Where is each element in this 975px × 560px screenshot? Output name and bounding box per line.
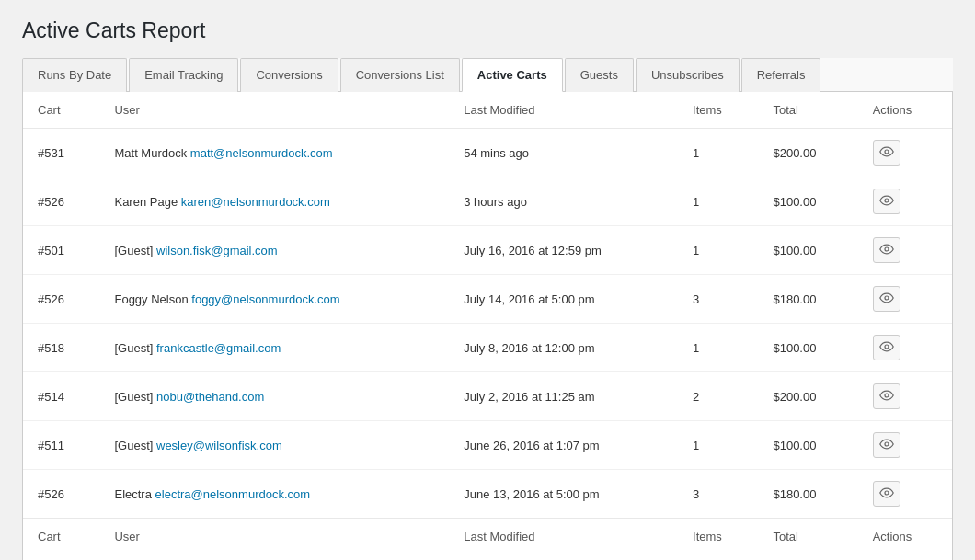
cell-user: Karen Page karen@nelsonmurdock.com (99, 177, 449, 226)
view-cart-button[interactable] (873, 383, 900, 409)
cell-last-modified: 54 mins ago (449, 129, 678, 177)
tab-conversions[interactable]: Conversions (240, 58, 338, 92)
col-header-total: Total (758, 92, 857, 129)
cell-user: Matt Murdock matt@nelsonmurdock.com (99, 129, 449, 177)
cell-actions (858, 372, 952, 421)
cell-last-modified: July 14, 2016 at 5:00 pm (449, 275, 678, 324)
svg-point-7 (885, 491, 889, 495)
user-name-label: [Guest] (114, 341, 156, 355)
table-row: #531Matt Murdock matt@nelsonmurdock.com5… (23, 129, 952, 177)
user-email-link[interactable]: foggy@nelsonmurdock.com (191, 292, 339, 306)
user-email-link[interactable]: electra@nelsonmurdock.com (155, 487, 311, 501)
eye-icon (879, 486, 894, 503)
tab-unsubscribes[interactable]: Unsubscribes (636, 58, 740, 92)
cell-items: 1 (678, 129, 758, 177)
col-header-user: User (99, 92, 449, 129)
cell-user: [Guest] wilson.fisk@gmail.com (99, 226, 449, 275)
user-name-label: [Guest] (114, 390, 156, 404)
view-cart-button[interactable] (873, 481, 900, 507)
view-cart-button[interactable] (873, 140, 900, 166)
svg-point-3 (885, 296, 889, 300)
col-footer-total: Total (758, 519, 857, 555)
user-email-link[interactable]: matt@nelsonmurdock.com (190, 146, 333, 160)
view-cart-button[interactable] (873, 189, 900, 214)
table-row: #526Karen Page karen@nelsonmurdock.com3 … (23, 177, 952, 226)
eye-icon (879, 437, 894, 454)
cell-cart: #531 (23, 129, 99, 177)
cell-cart: #526 (23, 275, 99, 324)
user-name-label: [Guest] (114, 439, 156, 452)
view-cart-button[interactable] (873, 432, 900, 458)
svg-point-1 (885, 199, 889, 202)
eye-icon (879, 291, 894, 308)
table-row: #518[Guest] frankcastle@gmail.comJuly 8,… (23, 324, 952, 372)
view-cart-button[interactable] (873, 335, 900, 360)
col-header-items: Items (678, 92, 758, 129)
col-footer-cart: Cart (23, 519, 99, 555)
table-row: #526Foggy Nelson foggy@nelsonmurdock.com… (23, 275, 952, 324)
cell-total: $100.00 (758, 226, 857, 275)
view-cart-button[interactable] (873, 286, 900, 312)
tab-referrals[interactable]: Referrals (741, 58, 821, 92)
cell-cart: #511 (23, 421, 99, 470)
user-email-link[interactable]: wesley@wilsonfisk.com (156, 439, 282, 452)
svg-point-2 (885, 247, 889, 251)
table-header-row: Cart User Last Modified Items Total Acti… (23, 92, 952, 129)
eye-icon (879, 339, 894, 357)
cell-last-modified: July 16, 2016 at 12:59 pm (449, 226, 678, 275)
eye-icon (879, 193, 894, 211)
cell-user: [Guest] frankcastle@gmail.com (99, 324, 449, 372)
tab-conversions-list[interactable]: Conversions List (340, 58, 460, 92)
svg-point-6 (885, 442, 889, 446)
user-name-label: Electra (114, 487, 155, 501)
cell-user: Foggy Nelson foggy@nelsonmurdock.com (99, 275, 449, 324)
cell-total: $100.00 (758, 324, 857, 372)
view-cart-button[interactable] (873, 237, 900, 263)
cell-total: $100.00 (758, 421, 857, 470)
user-email-link[interactable]: nobu@thehand.com (156, 390, 264, 404)
cell-total: $200.00 (758, 372, 857, 421)
cell-cart: #526 (23, 470, 99, 519)
cell-actions (858, 129, 952, 177)
col-footer-actions: Actions (858, 519, 952, 555)
user-name-label: Foggy Nelson (114, 292, 191, 306)
table-body: #531Matt Murdock matt@nelsonmurdock.com5… (23, 129, 952, 519)
tab-bar: Runs By DateEmail TrackingConversionsCon… (22, 58, 953, 92)
tab-active-carts[interactable]: Active Carts (462, 58, 563, 92)
cell-actions (858, 275, 952, 324)
items-count: 8 items (23, 554, 952, 560)
cell-user: Electra electra@nelsonmurdock.com (99, 470, 449, 519)
cell-total: $100.00 (758, 177, 857, 226)
svg-point-5 (885, 394, 889, 397)
cell-last-modified: July 2, 2016 at 11:25 am (449, 372, 678, 421)
cell-last-modified: July 8, 2016 at 12:00 pm (449, 324, 678, 372)
table-row: #501[Guest] wilson.fisk@gmail.comJuly 16… (23, 226, 952, 275)
cell-items: 1 (678, 177, 758, 226)
user-email-link[interactable]: karen@nelsonmurdock.com (181, 195, 330, 209)
col-footer-last-modified: Last Modified (449, 519, 678, 555)
cell-total: $180.00 (758, 275, 857, 324)
table-row: #526Electra electra@nelsonmurdock.comJun… (23, 470, 952, 519)
user-name-label: [Guest] (114, 244, 156, 257)
page-title: Active Carts Report (22, 18, 953, 43)
svg-point-4 (885, 345, 889, 349)
cell-items: 2 (678, 372, 758, 421)
user-email-link[interactable]: wilson.fisk@gmail.com (156, 244, 278, 257)
cell-items: 1 (678, 226, 758, 275)
cell-user: [Guest] wesley@wilsonfisk.com (99, 421, 449, 470)
table-footer-row: Cart User Last Modified Items Total Acti… (23, 519, 952, 555)
cell-actions (858, 226, 952, 275)
cell-last-modified: 3 hours ago (449, 177, 678, 226)
table-row: #514[Guest] nobu@thehand.comJuly 2, 2016… (23, 372, 952, 421)
col-header-last-modified: Last Modified (449, 92, 678, 129)
tab-guests[interactable]: Guests (565, 58, 634, 92)
eye-icon (879, 144, 894, 162)
user-email-link[interactable]: frankcastle@gmail.com (156, 341, 281, 355)
cell-total: $200.00 (758, 129, 857, 177)
cell-items: 3 (678, 275, 758, 324)
tab-runs-by-date[interactable]: Runs By Date (22, 58, 127, 92)
cell-cart: #518 (23, 324, 99, 372)
tab-email-tracking[interactable]: Email Tracking (129, 58, 238, 92)
cell-items: 1 (678, 421, 758, 470)
table-container: Cart User Last Modified Items Total Acti… (22, 92, 953, 560)
